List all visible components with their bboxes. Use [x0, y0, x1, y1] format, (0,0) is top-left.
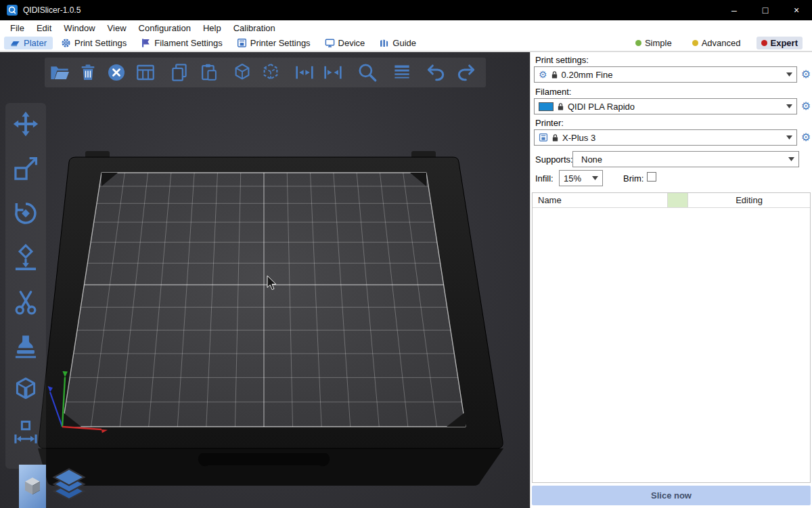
measure-tool-button[interactable] [9, 417, 42, 449]
supports-combo[interactable]: None [572, 151, 799, 167]
open-file-button[interactable] [47, 60, 72, 85]
lock-icon [557, 102, 564, 111]
tab-device-label: Device [338, 38, 365, 48]
filament-value: QIDI PLA Rapido [568, 102, 635, 112]
infill-combo[interactable]: 15% [559, 170, 603, 186]
preset-gear-icon: ⚙ [539, 70, 547, 79]
measure-icon [12, 419, 40, 447]
split-to-parts-button[interactable] [321, 60, 345, 85]
mode-simple[interactable]: Simple [631, 37, 677, 49]
tab-device[interactable]: Device [319, 37, 371, 49]
mode-advanced[interactable]: Advanced [687, 37, 746, 49]
printer-value: X-Plus 3 [562, 133, 595, 143]
chevron-down-icon [589, 176, 598, 180]
object-list[interactable]: Name Editing [532, 192, 811, 483]
menu-help[interactable]: Help [197, 20, 227, 35]
maximize-button[interactable]: □ [750, 0, 781, 20]
seam-tool-button[interactable] [9, 373, 42, 406]
menu-configuration[interactable]: Configuration [133, 20, 197, 35]
supports-value: None [577, 154, 602, 165]
menu-bar: File Edit Window View Configuration Help… [0, 20, 812, 35]
brim-checkbox[interactable] [647, 172, 656, 182]
3d-editor-view-button[interactable] [19, 465, 46, 508]
printer-icon [539, 133, 548, 142]
cut-tool-button[interactable] [9, 287, 42, 319]
print-settings-combo[interactable]: ⚙ 0.20mm Fine [534, 66, 797, 83]
guide-icon [379, 38, 389, 48]
scale-tool-button[interactable] [9, 152, 42, 185]
window-title: QIDISlicer-1.0.5 [23, 5, 81, 15]
tab-filament-settings-label: Filament Settings [154, 38, 222, 48]
paste-icon [198, 62, 220, 83]
paint-supports-tool-button[interactable] [9, 330, 42, 362]
move-icon [12, 110, 40, 138]
bed-handle [198, 453, 330, 466]
place-on-face-icon [12, 244, 40, 272]
tab-bar: Plater Print Settings Filament Settings … [0, 35, 812, 52]
menu-calibration[interactable]: Calibration [227, 20, 281, 35]
open-file-icon [49, 62, 70, 83]
add-instance-button[interactable] [230, 60, 254, 85]
delete-button[interactable] [76, 60, 100, 85]
app-logo-icon [7, 5, 18, 16]
tab-plater[interactable]: Plater [4, 37, 53, 49]
variable-layer-height-button[interactable] [390, 60, 414, 85]
cut-icon [12, 289, 40, 317]
mode-simple-label: Simple [645, 38, 672, 48]
column-editing: Editing [688, 193, 810, 207]
minimize-button[interactable]: – [719, 0, 750, 20]
printer-gear-button[interactable]: ⚙ [799, 131, 812, 144]
arrange-icon [135, 62, 156, 83]
3d-editor-view-icon [21, 476, 44, 496]
tab-print-settings-label: Print Settings [74, 38, 127, 48]
undo-button[interactable] [424, 60, 448, 85]
split-to-objects-icon [294, 62, 315, 83]
split-to-parts-icon [322, 62, 344, 83]
menu-file[interactable]: File [4, 20, 30, 35]
menu-view[interactable]: View [102, 20, 133, 35]
infill-value: 15% [564, 173, 581, 184]
lock-icon [551, 70, 558, 79]
mode-expert[interactable]: Expert [757, 37, 803, 49]
preview-view-button[interactable] [50, 467, 88, 506]
place-on-face-tool-button[interactable] [9, 242, 42, 274]
mode-advanced-label: Advanced [702, 38, 741, 48]
slice-now-button[interactable]: Slice now [532, 486, 811, 505]
device-icon [325, 38, 335, 48]
print-settings-gear-button[interactable]: ⚙ [799, 68, 812, 81]
brim-label: Brim: [623, 173, 644, 184]
filament-combo[interactable]: QIDI PLA Rapido [534, 98, 797, 114]
mode-expert-label: Expert [771, 38, 798, 48]
chevron-down-icon [786, 157, 794, 161]
move-tool-button[interactable] [9, 108, 42, 140]
arrange-button[interactable] [133, 60, 158, 85]
object-list-header: Name Editing [533, 193, 810, 208]
delete-all-icon [106, 62, 127, 83]
menu-window[interactable]: Window [58, 20, 101, 35]
title-bar: QIDISlicer-1.0.5 – □ × [0, 0, 812, 20]
delete-all-button[interactable] [104, 60, 129, 85]
close-button[interactable]: × [781, 0, 812, 20]
paint-supports-icon [12, 332, 40, 360]
copy-button[interactable] [167, 60, 191, 85]
tab-print-settings[interactable]: Print Settings [55, 37, 133, 49]
redo-button[interactable] [454, 60, 478, 85]
main-area: Print settings: ⚙ 0.20mm Fine ⚙ Filament… [0, 52, 812, 508]
print-bed-canvas[interactable] [0, 52, 530, 508]
remove-instance-button[interactable] [258, 60, 283, 85]
tab-filament-settings[interactable]: Filament Settings [135, 37, 228, 49]
print-settings-label: Print settings: [535, 55, 589, 65]
settings-sidebar: Print settings: ⚙ 0.20mm Fine ⚙ Filament… [530, 52, 812, 508]
menu-edit[interactable]: Edit [30, 20, 58, 35]
split-to-objects-button[interactable] [292, 60, 317, 85]
tab-printer-settings[interactable]: Printer Settings [231, 37, 317, 49]
printer-combo[interactable]: X-Plus 3 [534, 129, 797, 146]
tab-guide[interactable]: Guide [373, 37, 422, 49]
infill-label: Infill: [535, 173, 554, 184]
search-button[interactable] [355, 60, 380, 85]
supports-label: Supports: [535, 154, 573, 165]
3d-viewport[interactable] [0, 52, 530, 508]
rotate-tool-button[interactable] [9, 197, 42, 230]
filament-gear-button[interactable]: ⚙ [799, 100, 812, 113]
paste-button[interactable] [197, 60, 221, 85]
